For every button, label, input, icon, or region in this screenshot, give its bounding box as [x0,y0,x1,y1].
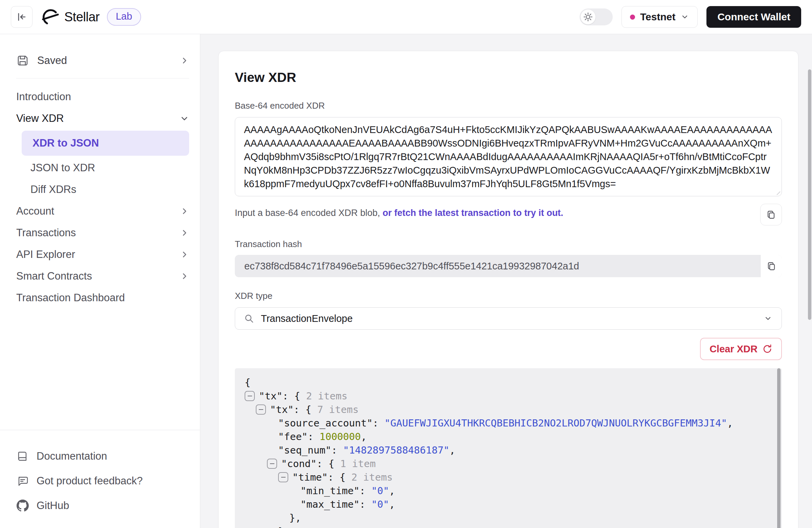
sidebar-footer-item-got-product-feedback[interactable]: Got product feedback? [16,468,184,493]
sidebar: Saved IntroductionView XDRXDR to JSONJSO… [0,34,200,528]
json-row: "max_time": "0", [235,498,782,511]
json-row: "tx": { 7 items [235,403,782,416]
json-row: "seq_num": "1482897588486187", [235,443,782,457]
sidebar-footer: DocumentationGot product feedback?GitHub [0,430,200,528]
chevron-right-icon [180,228,189,238]
chevron-down-icon [680,13,689,21]
search-icon [244,313,254,324]
json-plain: , [389,484,395,498]
json-row: "time": { 2 items [235,470,782,484]
xdr-type-select[interactable]: TransactionEnvelope [235,307,782,330]
sidebar-item-label: JSON to XDR [30,162,95,174]
sidebar-footer-item-github[interactable]: GitHub [16,493,184,518]
connect-wallet-button[interactable]: Connect Wallet [707,6,801,28]
sidebar-footer-label: GitHub [37,500,69,512]
tx-hash-field[interactable]: ec738f8cd584c71f78496e5a15596ec327b9c4ff… [235,255,782,277]
json-count: 2 items [351,470,393,484]
json-key: "tx" [270,403,294,416]
json-row: } [235,525,782,528]
xdr-input-textarea[interactable]: AAAAAgAAAAoQtkoNenJnVEUAkCdAg6a7S4uH+Fkt… [235,117,782,196]
chevron-right-icon [180,206,189,216]
sidebar-item-label: API Explorer [16,248,75,261]
chevron-down-icon [763,314,773,323]
feedback-icon [16,475,29,487]
book-icon [16,451,29,462]
json-plain: : { [317,457,340,470]
network-selector[interactable]: Testnet [622,6,698,28]
network-status-dot [630,15,635,20]
sidebar-item-label: Introduction [16,91,71,103]
chevron-right-icon [180,56,189,65]
sidebar-item-transaction-dashboard[interactable]: Transaction Dashboard [16,287,189,309]
json-plain: { [245,376,250,389]
theme-toggle[interactable] [580,9,613,25]
lab-badge: Lab [107,8,141,26]
json-plain: : [331,443,343,457]
sidebar-item-label: Smart Contracts [16,270,92,282]
json-count: 7 items [317,403,359,416]
sidebar-footer-item-documentation[interactable]: Documentation [16,444,184,468]
chevron-right-icon [180,250,189,259]
sidebar-item-view-xdr[interactable]: View XDR [16,108,189,129]
sidebar-collapse-button[interactable] [11,6,32,28]
sidebar-item-diff-xdrs[interactable]: Diff XDRs [16,179,189,200]
json-count: 1 item [340,457,376,470]
json-plain: , [449,443,455,457]
json-str: "0" [372,484,389,498]
sidebar-item-introduction[interactable]: Introduction [16,86,189,108]
json-viewer-scrollbar[interactable] [777,368,781,528]
github-icon [16,500,29,512]
json-row: "min_time": "0", [235,484,782,498]
json-row: { [235,376,782,389]
sidebar-item-label: Transaction Dashboard [16,292,125,304]
theme-toggle-knob [581,10,595,24]
collapse-toggle-icon[interactable] [267,459,277,469]
json-row: "source_account": "GAUEFWJIGXU4THKRCQBEB… [235,416,782,430]
json-plain: : { [294,403,317,416]
sidebar-item-json-to-xdr[interactable]: JSON to XDR [16,157,189,179]
json-str: "GAUEFWJIGXU4THKRCQBEBHICB2NO2LROD7QWJNU… [385,416,727,430]
json-plain: , [361,430,366,443]
json-plain: : [360,484,372,498]
sun-icon [583,12,593,22]
stellar-logo[interactable]: Stellar Lab [42,8,141,26]
fetch-latest-transaction-link[interactable]: or fetch the latest transaction to try i… [383,208,563,218]
json-plain: : [360,498,372,511]
sidebar-item-api-explorer[interactable]: API Explorer [16,244,189,265]
json-key: "fee" [278,430,307,443]
save-icon [16,54,29,67]
tx-hash-label: Transaction hash [235,239,782,249]
collapse-toggle-icon[interactable] [245,391,255,401]
sidebar-item-account[interactable]: Account [16,200,189,222]
clear-xdr-button[interactable]: Clear XDR [700,338,782,360]
collapse-toggle-icon[interactable] [256,404,266,415]
json-num: 1000000 [319,430,361,443]
json-count: 2 items [306,389,347,403]
xdr-helper-text: Input a base-64 encoded XDR blob, or fet… [235,204,563,218]
copy-xdr-button[interactable] [760,204,782,225]
sidebar-item-transactions[interactable]: Transactions [16,222,189,244]
json-plain: : [373,416,385,430]
sidebar-item-smart-contracts[interactable]: Smart Contracts [16,265,189,287]
sidebar-item-saved[interactable]: Saved [16,48,189,73]
sidebar-item-label: XDR to JSON [32,137,99,149]
page-title: View XDR [235,70,782,85]
brand-name: Stellar [64,10,100,24]
json-plain: , [389,498,395,511]
copy-hash-button[interactable] [760,255,782,277]
json-key: "seq_num" [278,443,331,457]
main-content: View XDR Base-64 encoded XDR AAAAAgAAAAo… [200,34,812,528]
sidebar-item-xdr-to-json[interactable]: XDR to JSON [21,131,189,156]
json-plain: , [727,416,733,430]
xdr-type-label: XDR type [235,291,782,301]
page-scrollbar[interactable] [808,69,811,320]
sidebar-item-label: Account [16,205,54,217]
json-str: "0" [372,498,389,511]
collapse-toggle-icon[interactable] [278,472,288,482]
json-plain: } [278,525,284,528]
json-plain: : { [282,389,306,403]
chevron-right-icon [180,271,189,281]
network-name: Testnet [640,11,675,23]
sidebar-item-label: View XDR [16,112,64,125]
sidebar-footer-label: Got product feedback? [37,475,143,487]
